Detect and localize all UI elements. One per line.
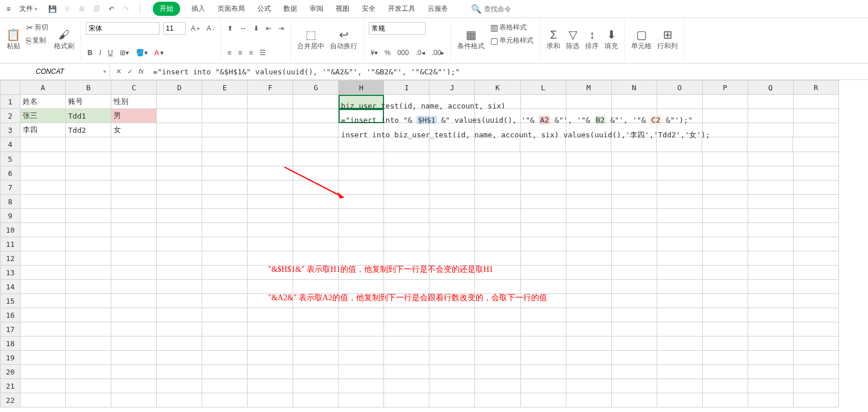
cell[interactable] (293, 308, 339, 322)
name-box-input[interactable] (0, 68, 100, 75)
cell[interactable] (293, 209, 339, 223)
cell[interactable] (339, 393, 384, 407)
cell[interactable] (429, 365, 475, 379)
cell[interactable] (429, 180, 475, 195)
cell[interactable] (793, 123, 838, 137)
cell[interactable] (339, 251, 384, 266)
align-middle-button[interactable]: ↔ (238, 23, 248, 33)
cell[interactable] (702, 280, 748, 294)
cell[interactable] (111, 266, 157, 280)
cell[interactable] (384, 166, 429, 180)
cell[interactable] (429, 251, 475, 266)
cell[interactable] (429, 337, 475, 351)
cell[interactable] (384, 195, 429, 209)
cell[interactable] (657, 351, 702, 365)
cell[interactable] (793, 152, 838, 166)
cell[interactable] (793, 280, 838, 294)
tab-data[interactable]: 数据 (282, 2, 298, 16)
cell[interactable] (384, 180, 429, 195)
cell[interactable] (657, 195, 702, 209)
align-left-button[interactable]: ≡ (226, 48, 233, 58)
cell[interactable] (657, 223, 702, 237)
cell[interactable] (793, 365, 838, 379)
cell[interactable] (202, 109, 248, 123)
cell[interactable] (66, 393, 111, 407)
cell[interactable] (202, 237, 248, 251)
cell[interactable] (339, 237, 384, 251)
cell[interactable] (748, 180, 793, 195)
cell[interactable] (611, 266, 657, 280)
cell[interactable] (339, 223, 384, 237)
tab-security[interactable]: 安全 (361, 2, 377, 16)
row-header[interactable]: 6 (1, 166, 20, 180)
cell[interactable] (111, 166, 157, 180)
cell[interactable] (339, 365, 384, 379)
cell[interactable] (702, 294, 748, 308)
cell[interactable] (748, 109, 793, 123)
cell[interactable] (657, 393, 702, 407)
cell[interactable] (111, 379, 157, 393)
cell[interactable] (702, 393, 748, 407)
cell[interactable] (111, 152, 157, 166)
cell[interactable] (202, 294, 248, 308)
cell[interactable] (748, 237, 793, 251)
row-header[interactable]: 10 (1, 223, 20, 237)
grow-font-button[interactable]: A+ (189, 23, 202, 33)
cell[interactable] (793, 237, 838, 251)
cell[interactable] (793, 266, 838, 280)
row-header[interactable]: 18 (1, 337, 20, 351)
align-center-button[interactable]: ≡ (236, 48, 244, 58)
cell[interactable] (157, 337, 202, 351)
cell[interactable] (611, 180, 657, 195)
cell[interactable] (111, 365, 157, 379)
align-bottom-button[interactable]: ⬇ (252, 23, 261, 33)
cell[interactable] (748, 266, 793, 280)
percent-button[interactable]: % (383, 48, 393, 58)
cell[interactable] (248, 365, 293, 379)
cell[interactable] (202, 152, 248, 166)
cell[interactable] (566, 195, 611, 209)
cell[interactable] (475, 237, 520, 251)
row-header[interactable]: 17 (1, 322, 20, 337)
cell[interactable] (748, 123, 793, 137)
cell[interactable] (429, 152, 475, 166)
cell[interactable] (475, 351, 520, 365)
col-header[interactable]: L (520, 81, 566, 95)
cell[interactable] (20, 266, 66, 280)
cell[interactable] (157, 322, 202, 337)
cell[interactable] (293, 280, 339, 294)
cell[interactable] (20, 280, 66, 294)
cell[interactable] (702, 266, 748, 280)
cell[interactable] (111, 251, 157, 266)
cell[interactable] (20, 152, 66, 166)
print-preview-icon[interactable]: 🗐 (91, 3, 102, 15)
cell[interactable] (384, 337, 429, 351)
cell[interactable] (611, 152, 657, 166)
cell[interactable] (202, 223, 248, 237)
cell[interactable] (793, 294, 838, 308)
cell[interactable] (384, 379, 429, 393)
formula-bar[interactable]: ="insert into "&$H$1&" values(uuid(), '"… (149, 68, 868, 76)
cell[interactable] (566, 379, 611, 393)
cell[interactable] (566, 251, 611, 266)
cell[interactable] (475, 180, 520, 195)
filter-button[interactable]: ▽筛选 (564, 22, 581, 58)
row-header[interactable]: 3 (1, 123, 20, 137)
cell[interactable] (475, 209, 520, 223)
cell[interactable] (748, 379, 793, 393)
cell[interactable] (429, 379, 475, 393)
cell[interactable] (20, 209, 66, 223)
tab-dev[interactable]: 开发工具 (387, 2, 416, 16)
cell[interactable] (202, 123, 248, 137)
cell[interactable]: 李四 (20, 123, 66, 137)
cell[interactable] (248, 237, 293, 251)
cell[interactable] (793, 393, 838, 407)
cell[interactable] (111, 308, 157, 322)
row-header[interactable]: 2 (1, 109, 20, 123)
cell[interactable] (520, 337, 566, 351)
distribute-button[interactable]: ☰ (258, 48, 268, 58)
cell[interactable] (293, 223, 339, 237)
search-input[interactable] (484, 5, 529, 13)
cell[interactable] (702, 365, 748, 379)
cell[interactable] (566, 166, 611, 180)
